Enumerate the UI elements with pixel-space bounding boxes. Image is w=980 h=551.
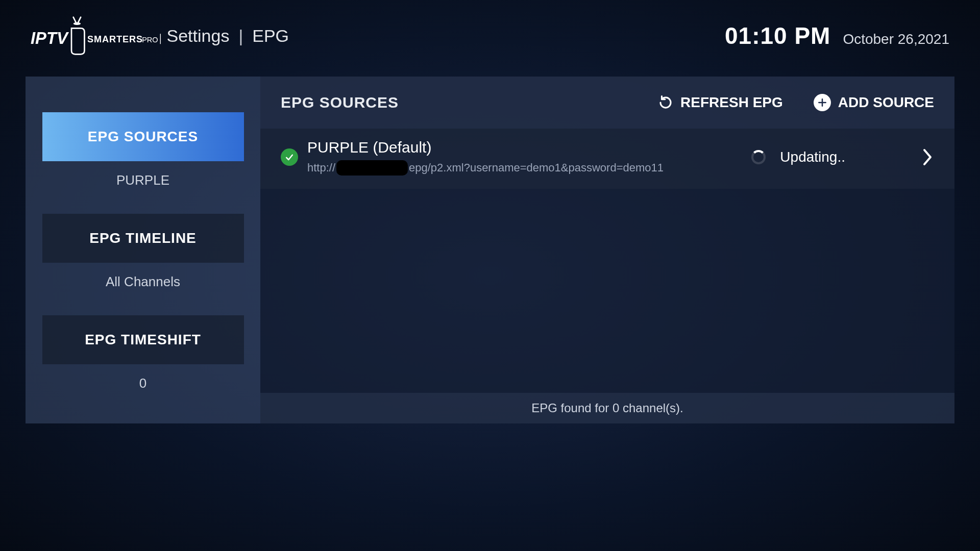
breadcrumb-separator: | [238, 26, 243, 46]
sidebar-item-sub: PURPLE [116, 172, 169, 188]
chevron-right-icon [921, 147, 934, 167]
refresh-icon [658, 95, 673, 110]
svg-point-0 [74, 22, 81, 25]
epg-found-status: EPG found for 0 channel(s). [531, 401, 683, 415]
add-source-button[interactable]: ADD SOURCE [814, 94, 934, 111]
breadcrumb-epg: EPG [252, 26, 289, 46]
sidebar-item-epg-timeline: EPG TIMELINE All Channels [41, 214, 245, 290]
source-name: PURPLE (Default) [307, 139, 664, 156]
content-footer: EPG found for 0 channel(s). [260, 393, 954, 423]
sidebar-item-sub: 0 [139, 375, 146, 391]
sidebar-button-epg-timeshift[interactable]: EPG TIMESHIFT [42, 315, 244, 364]
svg-text:PRO: PRO [142, 36, 158, 44]
sidebar-item-label: EPG SOURCES [88, 129, 198, 145]
source-status: Updating.. [780, 149, 845, 165]
svg-text:IPTV: IPTV [31, 29, 69, 47]
app-header: IPTV SMARTERS PRO Settings | EPG 01:10 P… [0, 0, 980, 66]
sidebar-item-sub: All Channels [106, 274, 180, 290]
sidebar-item-label: EPG TIMELINE [89, 230, 197, 246]
content-panel: EPG SOURCES REFRESH EPG ADD SOURCE [260, 77, 954, 423]
source-url: http:// epg/p2.xml?username=demo1&passwo… [307, 160, 664, 176]
loading-spinner-icon [751, 150, 766, 164]
header-right: 01:10 PM October 26,2021 [725, 22, 949, 49]
source-url-prefix: http:// [307, 161, 335, 174]
content-header: EPG SOURCES REFRESH EPG ADD SOURCE [260, 77, 954, 129]
sidebar-button-epg-sources[interactable]: EPG SOURCES [42, 112, 244, 161]
sidebar-item-epg-timeshift: EPG TIMESHIFT 0 [41, 315, 245, 391]
sidebar-button-epg-timeline[interactable]: EPG TIMELINE [42, 214, 244, 263]
app-logo: IPTV SMARTERS PRO [31, 15, 161, 56]
source-status-area: Updating.. [751, 147, 934, 167]
breadcrumb-settings[interactable]: Settings [167, 26, 230, 46]
refresh-epg-button[interactable]: REFRESH EPG [658, 94, 783, 111]
clock-time: 01:10 PM [725, 22, 830, 49]
svg-text:SMARTERS: SMARTERS [87, 34, 143, 44]
source-url-suffix: epg/p2.xml?username=demo1&password=demo1… [409, 161, 664, 174]
sidebar-item-epg-sources: EPG SOURCES PURPLE [41, 112, 245, 188]
clock-date: October 26,2021 [843, 31, 949, 47]
epg-source-row[interactable]: PURPLE (Default) http:// epg/p2.xml?user… [260, 129, 954, 189]
redacted-host [336, 160, 408, 176]
breadcrumb: Settings | EPG [167, 26, 289, 46]
sidebar: EPG SOURCES PURPLE EPG TIMELINE All Chan… [26, 77, 260, 423]
check-icon [281, 148, 298, 166]
sidebar-item-label: EPG TIMESHIFT [85, 332, 201, 348]
source-info: PURPLE (Default) http:// epg/p2.xml?user… [307, 139, 664, 176]
refresh-label: REFRESH EPG [680, 94, 783, 111]
main-panel: EPG SOURCES PURPLE EPG TIMELINE All Chan… [26, 77, 954, 423]
content-title: EPG SOURCES [281, 94, 399, 111]
plus-icon [814, 94, 831, 111]
header-actions: REFRESH EPG ADD SOURCE [658, 94, 934, 111]
add-source-label: ADD SOURCE [838, 94, 934, 111]
iptv-smarters-pro-logo-icon: IPTV SMARTERS PRO [31, 15, 161, 56]
